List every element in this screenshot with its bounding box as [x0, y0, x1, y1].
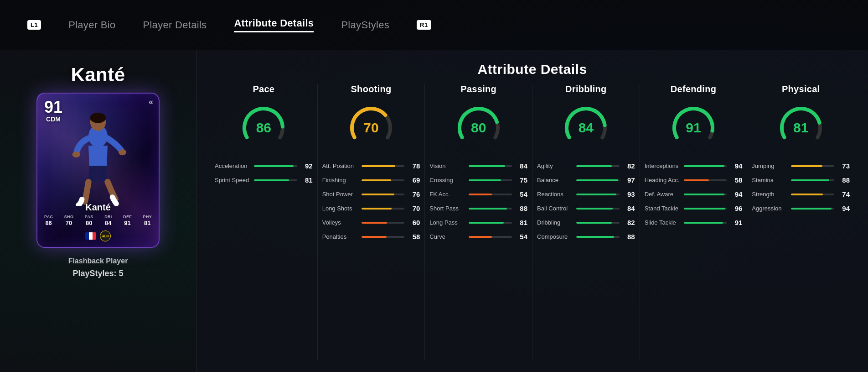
attr-bar-fill-2-0 — [469, 165, 505, 167]
attr-row-3-2: Reactions 93 — [537, 190, 635, 198]
attr-val-3-5: 88 — [622, 233, 635, 241]
attr-row-2-4: Long Pass 81 — [429, 219, 527, 226]
attr-bar-fill-4-0 — [684, 165, 724, 167]
attr-row-5-1: Stamina 88 — [752, 176, 850, 184]
attr-bar-3-1 — [576, 179, 620, 181]
svg-point-3 — [72, 152, 80, 157]
attr-col-shooting: Shooting 70 Att. Position 78 Finishing 6… — [318, 84, 425, 360]
attr-bar-fill-3-2 — [576, 194, 616, 195]
col-title-0: Pace — [253, 84, 274, 94]
attr-name-2-5: Curve — [429, 233, 466, 240]
attr-bar-fill-1-4 — [362, 222, 388, 224]
col-title-4: Defending — [671, 84, 716, 94]
attr-row-3-3: Ball Control 84 — [537, 204, 635, 212]
tab-playstyles[interactable]: PlayStyles — [341, 19, 389, 31]
tab-player-bio[interactable]: Player Bio — [68, 19, 115, 31]
france-flag — [85, 232, 96, 240]
attr-val-5-3: 94 — [837, 204, 850, 212]
attr-name-0-1: Sprint Speed — [215, 177, 251, 183]
attr-bar-5-1 — [791, 179, 834, 181]
gauge-5: 81 — [776, 103, 826, 153]
gauge-value-5: 81 — [793, 120, 808, 136]
attr-row-0-0: Acceleration 92 — [215, 162, 313, 170]
attr-bar-fill-5-3 — [791, 208, 832, 210]
attr-bar-2-5 — [469, 236, 512, 238]
attr-val-0-0: 92 — [300, 162, 313, 170]
attr-bar-fill-3-0 — [576, 165, 612, 167]
card-stat-sho: SHO 70 — [64, 215, 73, 226]
attr-name-4-3: Stand Tackle — [645, 205, 681, 212]
attr-bar-2-1 — [469, 179, 512, 181]
attr-bar-3-3 — [576, 208, 620, 210]
tab-attribute-details[interactable]: Attribute Details — [234, 17, 314, 32]
r1-badge: R1 — [417, 20, 431, 30]
attr-bar-4-1 — [684, 179, 727, 181]
tab-player-details[interactable]: Player Details — [143, 19, 207, 31]
col-title-5: Physical — [782, 84, 820, 94]
attr-bar-0-0 — [254, 165, 297, 167]
attr-row-2-2: FK Acc. 54 — [429, 190, 527, 198]
attr-bar-fill-3-1 — [576, 179, 618, 181]
attr-bar-3-0 — [576, 165, 620, 167]
attr-bar-1-5 — [362, 236, 405, 238]
card-stat-phy: PHY 81 — [143, 215, 152, 226]
attr-name-0-0: Acceleration — [215, 162, 251, 169]
attr-name-1-5: Penalties — [322, 233, 359, 240]
attr-bar-fill-2-5 — [469, 236, 492, 238]
attr-bar-3-2 — [576, 194, 620, 195]
attr-val-3-4: 82 — [622, 219, 635, 226]
attr-row-3-0: Agility 82 — [537, 162, 635, 170]
col-title-1: Shooting — [351, 84, 391, 94]
attr-col-defending: Defending 91 Interceptions 94 Heading Ac… — [640, 84, 748, 360]
attr-val-4-1: 58 — [729, 176, 742, 184]
attr-bar-2-0 — [469, 165, 512, 167]
attr-name-4-4: Slide Tackle — [645, 219, 681, 226]
main-attribute-panel: Attribute Details Pace 86 Acceleration 9… — [196, 50, 868, 372]
attr-bar-fill-3-3 — [576, 208, 613, 210]
attr-bar-1-0 — [362, 165, 405, 167]
card-stat-pac: PAC 86 — [44, 215, 53, 226]
attr-name-3-3: Ball Control — [537, 205, 574, 212]
player-type-label: Flashback Player — [68, 257, 128, 265]
attr-val-3-0: 82 — [622, 162, 635, 170]
attr-bar-fill-0-0 — [254, 165, 294, 167]
attr-bar-fill-1-2 — [362, 194, 394, 195]
player-name-heading: Kanté — [71, 64, 125, 86]
attr-name-5-0: Jumping — [752, 162, 788, 169]
attr-val-1-1: 69 — [407, 176, 420, 184]
card-chevrons-icon: « — [149, 97, 153, 107]
col-title-2: Passing — [460, 84, 496, 94]
attribute-details-title: Attribute Details — [196, 50, 868, 84]
attr-bar-4-4 — [684, 222, 727, 224]
attr-bar-5-3 — [791, 208, 834, 210]
attr-row-5-0: Jumping 73 — [752, 162, 850, 170]
card-stats-row: PAC 86 SHO 70 PAS 80 DRI 84 DEF 91 PHY 8… — [44, 215, 152, 226]
playstyles-label: PlayStyles: 5 — [72, 269, 123, 278]
left-panel: Kanté 91 CDM « — [0, 50, 196, 372]
attr-row-2-1: Crossing 75 — [429, 176, 527, 184]
attr-bar-fill-3-4 — [576, 222, 612, 224]
attr-name-5-1: Stamina — [752, 177, 788, 183]
attr-row-5-3: Aggression 94 — [752, 204, 850, 212]
attr-val-4-3: 96 — [729, 204, 742, 212]
attr-bar-1-4 — [362, 222, 405, 224]
attr-bar-4-0 — [684, 165, 727, 167]
attr-name-1-4: Volleys — [322, 219, 359, 226]
attr-bar-fill-4-2 — [684, 194, 724, 195]
attr-name-2-0: Vision — [429, 162, 466, 169]
attr-row-4-1: Heading Acc. 58 — [645, 176, 743, 184]
attr-name-3-1: Balance — [537, 177, 574, 183]
attr-bar-fill-0-1 — [254, 179, 289, 181]
attr-bar-1-2 — [362, 194, 405, 195]
attr-val-3-1: 97 — [622, 176, 635, 184]
gauge-3: 84 — [561, 103, 611, 153]
attr-bar-fill-3-5 — [576, 236, 614, 238]
attr-row-4-0: Interceptions 94 — [645, 162, 743, 170]
attr-val-5-0: 73 — [837, 162, 850, 170]
gauge-value-0: 86 — [256, 120, 271, 136]
attr-val-5-1: 88 — [837, 176, 850, 184]
attr-val-2-0: 84 — [515, 162, 527, 170]
attr-bar-1-1 — [362, 179, 405, 181]
attr-name-2-3: Short Pass — [429, 205, 466, 212]
attr-val-1-3: 70 — [407, 204, 420, 212]
